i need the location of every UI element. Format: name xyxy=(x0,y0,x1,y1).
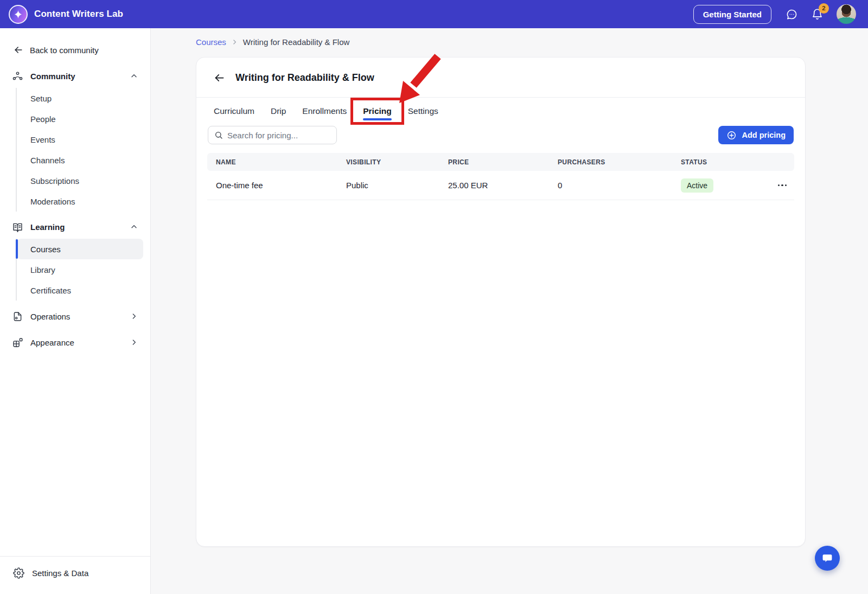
sidebar: Back to community Community Setup People… xyxy=(0,28,151,594)
page-title: Writing for Readability & Flow xyxy=(235,72,374,84)
cell-price: 25.00 EUR xyxy=(439,181,549,190)
back-arrow-button[interactable] xyxy=(214,72,225,84)
pricing-toolbar: Add pricing xyxy=(196,124,805,144)
sidebar-item-label: Appearance xyxy=(30,338,74,347)
cell-status: Active xyxy=(672,178,770,193)
sidebar-item-label: Operations xyxy=(30,312,70,321)
sidebar-item-events[interactable]: Events xyxy=(17,129,143,150)
breadcrumb-current: Writing for Readability & Flow xyxy=(243,37,349,47)
tab-pricing-label: Pricing xyxy=(363,106,392,116)
settings-and-data-link[interactable]: Settings & Data xyxy=(0,556,150,594)
course-tabs: Curriculum Drip Enrollments Pricing Sett… xyxy=(196,98,805,124)
back-to-community-label: Back to community xyxy=(30,46,99,55)
notifications-button[interactable]: 2 xyxy=(811,8,824,21)
breadcrumb: Courses Writing for Readability & Flow xyxy=(196,36,868,47)
column-header-price: PRICE xyxy=(439,158,549,166)
gear-icon xyxy=(13,567,24,579)
add-pricing-button[interactable]: Add pricing xyxy=(718,126,794,144)
breadcrumb-courses-link[interactable]: Courses xyxy=(196,37,226,47)
sidebar-item-courses[interactable]: Courses xyxy=(17,239,143,259)
plus-circle-icon xyxy=(726,130,737,140)
notification-count-badge: 2 xyxy=(819,3,829,14)
sidebar-item-subscriptions[interactable]: Subscriptions xyxy=(17,170,143,191)
sidebar-section-label: Community xyxy=(30,72,75,81)
learning-subnav: Courses Library Certificates xyxy=(16,239,150,301)
column-header-status: STATUS xyxy=(672,158,770,166)
settings-and-data-label: Settings & Data xyxy=(32,569,88,578)
active-tab-underline xyxy=(363,118,392,120)
search-input[interactable] xyxy=(227,131,330,140)
pricing-table: NAME VISIBILITY PRICE PURCHASERS STATUS … xyxy=(207,153,794,200)
sidebar-item-moderations[interactable]: Moderations xyxy=(17,191,143,212)
chevron-right-icon xyxy=(130,338,138,347)
sidebar-item-people[interactable]: People xyxy=(17,108,143,129)
chevron-up-icon xyxy=(130,222,138,231)
sidebar-section-learning[interactable]: Learning xyxy=(0,215,150,239)
operations-icon xyxy=(12,311,23,322)
user-avatar[interactable] xyxy=(837,4,856,24)
add-pricing-label: Add pricing xyxy=(742,131,786,139)
course-card: Writing for Readability & Flow Curriculu… xyxy=(196,57,806,547)
column-header-visibility: VISIBILITY xyxy=(337,158,439,166)
column-header-purchasers: PURCHASERS xyxy=(549,158,672,166)
chat-widget-button[interactable] xyxy=(815,546,840,571)
ellipsis-icon xyxy=(781,184,783,187)
sidebar-scroll-area: Back to community Community Setup People… xyxy=(0,28,150,556)
chevron-up-icon xyxy=(130,72,138,80)
app-logo[interactable] xyxy=(9,5,28,24)
tab-pricing[interactable]: Pricing xyxy=(363,98,392,124)
sidebar-section-label: Learning xyxy=(30,222,65,232)
arrow-left-icon xyxy=(13,44,24,55)
appearance-icon xyxy=(12,337,23,348)
ellipsis-icon xyxy=(785,184,787,187)
search-icon xyxy=(214,131,223,139)
cell-purchasers: 0 xyxy=(549,181,672,190)
cell-name: One-time fee xyxy=(207,181,337,190)
sparkle-icon xyxy=(13,9,23,20)
chat-icon xyxy=(786,8,798,21)
tab-settings[interactable]: Settings xyxy=(408,98,438,124)
tab-drip[interactable]: Drip xyxy=(271,98,286,124)
top-bar: Content Writers Lab Getting Started 2 xyxy=(0,0,868,28)
back-to-community-link[interactable]: Back to community xyxy=(0,28,150,64)
card-header: Writing for Readability & Flow xyxy=(196,58,805,84)
app-title: Content Writers Lab xyxy=(34,9,123,20)
row-actions-button[interactable] xyxy=(778,184,795,187)
chat-bubble-icon xyxy=(821,552,833,564)
table-row[interactable]: One-time fee Public 25.00 EUR 0 Active xyxy=(207,171,794,200)
sidebar-section-community[interactable]: Community xyxy=(0,64,150,88)
column-header-name: NAME xyxy=(207,158,337,166)
chevron-right-icon xyxy=(130,312,138,321)
status-badge: Active xyxy=(681,178,713,193)
community-icon xyxy=(12,71,23,82)
getting-started-button[interactable]: Getting Started xyxy=(693,5,771,24)
sidebar-item-appearance[interactable]: Appearance xyxy=(0,330,150,355)
sidebar-item-operations[interactable]: Operations xyxy=(0,304,150,329)
sidebar-item-channels[interactable]: Channels xyxy=(17,150,143,170)
sidebar-item-library[interactable]: Library xyxy=(17,259,143,280)
tab-curriculum[interactable]: Curriculum xyxy=(214,98,254,124)
ellipsis-icon xyxy=(778,184,780,187)
search-box[interactable] xyxy=(208,126,337,144)
community-subnav: Setup People Events Channels Subscriptio… xyxy=(16,88,150,212)
tab-enrollments[interactable]: Enrollments xyxy=(302,98,347,124)
book-icon xyxy=(12,221,23,233)
table-header-row: NAME VISIBILITY PRICE PURCHASERS STATUS xyxy=(207,153,794,171)
sidebar-item-certificates[interactable]: Certificates xyxy=(17,280,143,301)
breadcrumb-chevron-icon xyxy=(231,39,238,46)
cell-visibility: Public xyxy=(337,181,439,190)
main-content: Courses Writing for Readability & Flow W… xyxy=(151,28,868,594)
sidebar-item-setup[interactable]: Setup xyxy=(17,88,143,108)
messages-button[interactable] xyxy=(786,8,798,21)
